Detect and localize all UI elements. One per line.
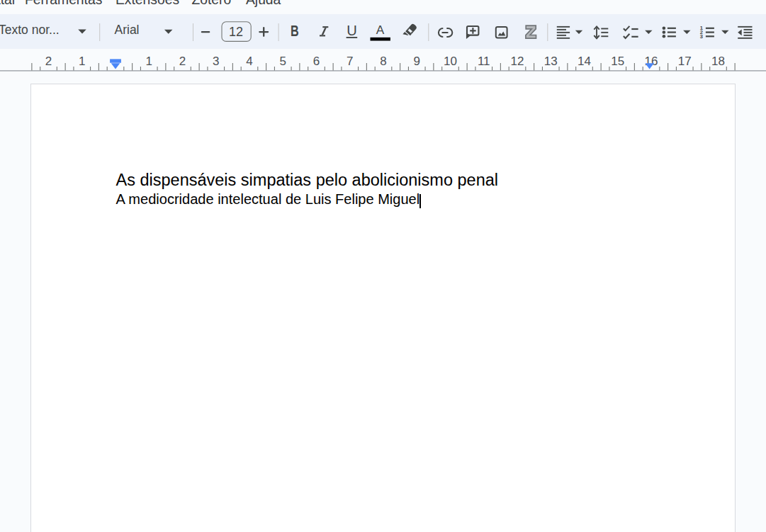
svg-text:2: 2 — [179, 55, 186, 68]
svg-text:2: 2 — [45, 55, 52, 68]
svg-text:6: 6 — [313, 55, 320, 68]
svg-text:7: 7 — [347, 55, 353, 68]
svg-text:8: 8 — [380, 55, 386, 68]
svg-text:15: 15 — [611, 55, 624, 68]
svg-text:13: 13 — [544, 55, 558, 68]
svg-text:14: 14 — [578, 55, 591, 68]
svg-text:10: 10 — [444, 55, 457, 68]
svg-text:5: 5 — [280, 55, 286, 68]
svg-text:4: 4 — [246, 55, 252, 68]
svg-text:1: 1 — [79, 55, 85, 68]
svg-text:17: 17 — [678, 55, 692, 68]
svg-text:11: 11 — [478, 55, 490, 68]
svg-text:3: 3 — [213, 55, 219, 68]
svg-text:18: 18 — [711, 55, 725, 68]
svg-text:1: 1 — [146, 55, 152, 68]
svg-text:9: 9 — [414, 55, 420, 68]
svg-text:12: 12 — [511, 55, 524, 68]
